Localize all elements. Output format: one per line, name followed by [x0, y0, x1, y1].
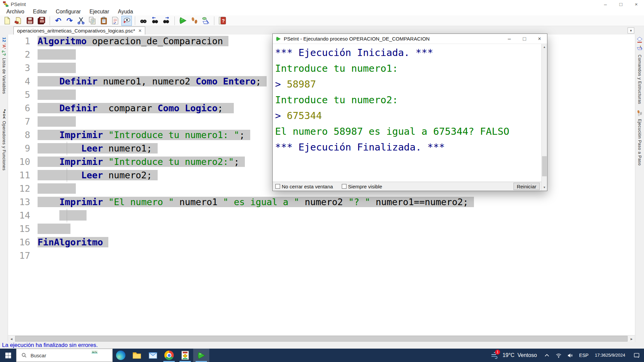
taskbar-edge-app[interactable]: [113, 349, 129, 362]
maximize-button[interactable]: □: [613, 0, 629, 8]
redo-button[interactable]: ↷: [64, 16, 75, 26]
line-content: Leer numero2;: [38, 169, 158, 182]
scroll-right-icon[interactable]: ▸: [628, 336, 635, 342]
selection-highlight: [38, 224, 70, 234]
run-step-button[interactable]: [189, 16, 200, 26]
dialog-scroll-thumb[interactable]: [542, 156, 547, 176]
dialog-maximize-button[interactable]: □: [517, 34, 532, 44]
scroll-down-icon[interactable]: ▾: [542, 184, 547, 190]
tab-close-icon[interactable]: ×: [139, 28, 142, 33]
taskbar-pseint-app[interactable]: [177, 349, 193, 362]
undo-button[interactable]: ↶: [53, 16, 63, 26]
taskbar-chrome-app[interactable]: [161, 349, 177, 362]
checkbox-icon[interactable]: [342, 184, 346, 189]
dialog-footer: No cerrar esta ventana Siempre visible R…: [273, 182, 541, 191]
taskbar-mail-app[interactable]: [145, 349, 161, 362]
tray-chevron-up-icon[interactable]: [541, 349, 553, 362]
dialog-close-button[interactable]: ×: [532, 34, 547, 44]
toolbar-separator: [50, 16, 50, 25]
selection-highlight: [38, 49, 76, 60]
dialog-scrollbar[interactable]: ▴ ▾: [541, 44, 547, 191]
menu-editar[interactable]: Editar: [29, 8, 51, 15]
toolbar-separator: [214, 16, 214, 25]
title-bar: PSeInt – □ ×: [0, 0, 644, 8]
minimize-button[interactable]: –: [598, 0, 613, 8]
dialog-title-bar[interactable]: PSeInt - Ejecutando proceso OPERACION_DE…: [273, 34, 547, 44]
scroll-left-icon[interactable]: ◂: [8, 336, 15, 342]
paste-button[interactable]: [99, 16, 109, 26]
line-number: 9: [8, 142, 38, 155]
close-button[interactable]: ×: [629, 0, 644, 8]
new-file-button[interactable]: [2, 16, 12, 26]
code-line-14[interactable]: 14: [8, 209, 635, 222]
autocomplete-eye-button[interactable]: [121, 16, 132, 26]
weather-icon[interactable]: 1: [489, 349, 500, 362]
menu-ejecutar[interactable]: Ejecutar: [85, 8, 114, 15]
weather-summary[interactable]: 19°C Ventoso: [502, 352, 537, 358]
tab-operaciones[interactable]: operaciones_aritmeticas_Comparativos_log…: [13, 26, 145, 35]
copy-button[interactable]: [87, 16, 98, 26]
selection-highlight: [59, 210, 87, 221]
find-previous-button[interactable]: [150, 16, 160, 26]
help-button[interactable]: ?: [217, 16, 228, 26]
panel-tab-step-execution[interactable]: Ejecución Paso a Paso: [637, 119, 642, 166]
selection-highlight: [38, 116, 76, 127]
find-button[interactable]: [138, 16, 149, 26]
cut-button[interactable]: [76, 16, 86, 26]
notification-badge: 1: [495, 350, 500, 355]
line-number: 10: [8, 155, 38, 169]
console-line: > 58987: [275, 76, 541, 92]
keep-open-checkbox[interactable]: No cerrar esta ventana: [275, 184, 339, 189]
panel-tab-operators[interactable]: Operadores y Funciones: [2, 121, 6, 171]
line-content: Algoritmo operacion_de_Comparacion: [38, 35, 228, 48]
menu-archivo[interactable]: Archivo: [2, 8, 29, 15]
find-next-button[interactable]: [161, 16, 171, 26]
menu-configurar[interactable]: Configurar: [51, 8, 85, 15]
scroll-up-icon[interactable]: ▴: [542, 44, 547, 50]
open-file-button[interactable]: [13, 16, 24, 26]
menu-ayuda[interactable]: Ayuda: [114, 8, 138, 15]
panel-tab-commands[interactable]: Comandos y Estructuras: [637, 55, 642, 104]
taskbar-pseint-run-app[interactable]: [193, 349, 209, 362]
tray-date: 25/9/2024: [606, 353, 625, 358]
horizontal-scrollbar[interactable]: ◂ ▸: [8, 335, 635, 342]
pseint-logo-icon: [3, 1, 9, 7]
restart-button[interactable]: Reiniciar: [514, 183, 540, 190]
code-line-16[interactable]: 16FinAlgoritmo: [8, 236, 635, 249]
execution-dialog: PSeInt - Ejecutando proceso OPERACION_DE…: [272, 34, 547, 191]
volume-icon[interactable]: [565, 349, 576, 362]
line-content: Imprimir "Introduce tu numero2:";: [38, 155, 245, 169]
line-number: 11: [8, 169, 38, 182]
draw-flowchart-button[interactable]: [201, 16, 211, 26]
panel-tab-variables[interactable]: Lista de Variables: [2, 58, 6, 94]
save-file-button[interactable]: [25, 16, 35, 26]
left-panel-strip: 12 'A' ¿? Lista de Variables *+=< Operad…: [0, 35, 8, 342]
action-center-icon[interactable]: [629, 349, 644, 362]
type-glyph: 'A': [2, 44, 6, 50]
svg-text:?: ?: [222, 18, 225, 23]
tab-list-chevron-icon[interactable]: ▾: [628, 27, 634, 34]
taskbar-explorer-app[interactable]: [129, 349, 145, 362]
line-number: 3: [8, 61, 38, 75]
taskbar-search-input[interactable]: Buscar: [16, 349, 113, 362]
horizontal-scroll-thumb[interactable]: [15, 336, 628, 342]
search-highlight-image[interactable]: [87, 349, 112, 362]
code-line-15[interactable]: 15: [8, 222, 635, 236]
code-line-17[interactable]: 17: [8, 249, 635, 262]
start-button[interactable]: [0, 349, 16, 362]
run-button[interactable]: [178, 16, 188, 26]
clock[interactable]: 17:36 25/9/2024: [592, 349, 629, 362]
syntax-check-button[interactable]: [110, 16, 120, 26]
wifi-icon[interactable]: [553, 349, 565, 362]
always-visible-checkbox[interactable]: Siempre visible: [342, 184, 388, 189]
selection-highlight: Definir numero1, numero2 Como Entero;: [38, 76, 267, 86]
language-indicator[interactable]: ESP: [576, 349, 592, 362]
line-content: [38, 48, 76, 61]
selection-highlight: Imprimir "El numero " numero1 " es igual…: [38, 197, 474, 207]
console-line: *** Ejecución Finalizada. ***: [275, 139, 541, 155]
checkbox-icon[interactable]: [275, 184, 280, 189]
code-line-13[interactable]: 13 Imprimir "El numero " numero1 " es ig…: [8, 195, 635, 209]
save-all-button[interactable]: [36, 16, 47, 26]
dialog-minimize-button[interactable]: –: [502, 34, 517, 44]
always-visible-label: Siempre visible: [348, 184, 382, 189]
